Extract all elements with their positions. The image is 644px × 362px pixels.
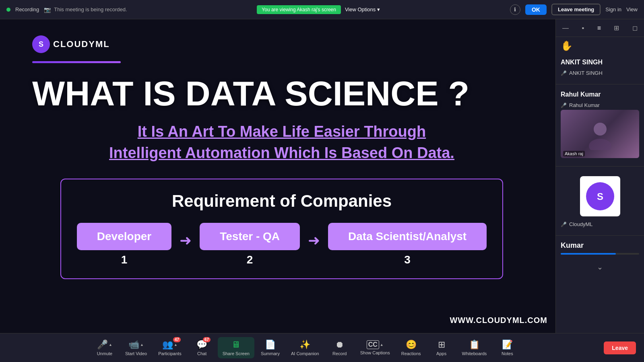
sidebar-minimize-btn[interactable]: —: [561, 24, 570, 33]
cloudyml-avatar: S: [580, 176, 620, 216]
divider-1: [556, 84, 644, 84]
sidebar-list-btn[interactable]: ≡: [596, 24, 603, 33]
unmute-caret: ▲: [109, 343, 112, 347]
svg-point-3: [589, 139, 611, 150]
flow-item-3: Data Scientist/Analyst 3: [328, 223, 487, 266]
ok-button[interactable]: OK: [525, 4, 547, 15]
video-icon: 📹: [128, 339, 139, 350]
kumar-name: Kumar: [561, 241, 639, 250]
ai-companion-icon-area: ✨: [299, 339, 310, 350]
notes-icon: 📝: [502, 339, 513, 350]
sidebar-view-btn1[interactable]: ▪: [580, 24, 586, 33]
show-captions-icon-area: CC ▲: [367, 340, 384, 349]
person-silhouette: [584, 118, 616, 150]
requirement-box: Requirement of Companies Developer 1 ➜ T…: [60, 179, 503, 279]
main-area: S CLOUDYML WHAT IS DATA SCIENCE ? It Is …: [0, 19, 644, 333]
apps-icon-area: ⊞: [438, 339, 445, 350]
toolbar-reactions[interactable]: 😊 Reactions: [396, 337, 426, 358]
mic-icon: 🎤: [97, 339, 108, 350]
divider-2: [556, 166, 644, 167]
view-options-button[interactable]: View Options ▾: [345, 6, 380, 12]
flow-box-developer: Developer: [77, 223, 171, 250]
leave-button[interactable]: Leave: [604, 341, 636, 354]
toolbar-record[interactable]: ⏺ Record: [326, 337, 354, 358]
participants-label: Participants: [158, 351, 181, 356]
view-options-label: View Options: [345, 6, 376, 12]
participants-caret: ▲: [174, 343, 178, 347]
recording-notice: 📷 This meeting is being recorded.: [44, 6, 127, 13]
flow-arrow-2: ➜: [308, 232, 320, 249]
share-screen-icon: 🖥: [231, 339, 240, 350]
ankit-singh-row: 🎤 ANKIT SINGH: [561, 68, 639, 78]
flow-item-2: Tester - QA 2: [200, 223, 300, 266]
sidebar-grid-btn[interactable]: ⊞: [612, 23, 621, 33]
record-label: Record: [332, 351, 347, 356]
flow-box-scientist: Data Scientist/Analyst: [328, 223, 487, 250]
logo-text: CLOUDYML: [53, 39, 110, 49]
recording-notice-text: This meeting is being recorded.: [54, 6, 127, 12]
flow-number-3: 3: [404, 253, 411, 266]
raise-hand-icon: ✋: [556, 37, 644, 55]
participants-badge: 47: [173, 337, 181, 342]
divider-3: [556, 235, 644, 236]
top-bar-right: ℹ OK Leave meeting Sign in View: [510, 4, 638, 15]
chevron-down-icon: ▾: [377, 6, 380, 12]
summary-icon: 📄: [265, 339, 276, 350]
view-link[interactable]: View: [626, 6, 638, 12]
kumar-progress-fill: [561, 253, 616, 255]
rahul-mic-icon: 🎤: [561, 103, 567, 108]
unmute-icon-area: 🎤 ▲: [97, 339, 112, 350]
participants-icon-area: 👥 ▲ 47: [162, 339, 178, 350]
chevron-down-icon: ⌄: [597, 263, 603, 272]
toolbar-share-screen[interactable]: 🖥 Share Screen: [218, 337, 254, 358]
apps-icon: ⊞: [438, 339, 445, 350]
leave-meeting-button[interactable]: Leave meeting: [551, 4, 601, 15]
toolbar-participants[interactable]: 👥 ▲ 47 Participants: [153, 337, 186, 358]
viewing-badge: You are viewing Akash raj's screen: [257, 5, 341, 14]
sidebar-collapse-btn[interactable]: ◻: [631, 23, 639, 33]
whiteboards-label: Whiteboards: [462, 351, 487, 356]
toolbar-ai-companion[interactable]: ✨ AI Companion: [286, 337, 324, 358]
recording-indicator: [6, 8, 10, 12]
reactions-icon-area: 😊: [406, 339, 417, 350]
cloudyml-logo-icon: S: [32, 35, 50, 53]
presentation-area: S CLOUDYML WHAT IS DATA SCIENCE ? It Is …: [0, 19, 555, 333]
notes-icon-area: 📝: [502, 339, 513, 350]
reactions-icon: 😊: [406, 339, 417, 350]
toolbar-summary[interactable]: 📄 Summary: [256, 337, 285, 358]
info-button[interactable]: ℹ: [510, 4, 520, 15]
toolbar-unmute[interactable]: 🎤 ▲ Unmute: [91, 337, 119, 358]
toolbar-apps[interactable]: ⊞ Apps: [427, 337, 456, 358]
toolbar-items: 🎤 ▲ Unmute 📹 ▲ Start Video 👥 ▲ 47 Partic…: [8, 337, 604, 358]
kumar-section: Kumar: [556, 238, 644, 261]
toolbar-chat[interactable]: 💬 67 Chat: [188, 337, 216, 358]
record-icon-area: ⏺: [335, 339, 344, 350]
sign-in-link[interactable]: Sign in: [605, 6, 621, 12]
ai-companion-icon: ✨: [299, 339, 310, 350]
unmute-label: Unmute: [97, 351, 113, 356]
svg-text:S: S: [39, 40, 43, 48]
kumar-progress-bar: [561, 253, 639, 255]
slide-subtitle: It Is An Art To Make Life Easier Through…: [32, 121, 531, 164]
reactions-label: Reactions: [401, 351, 421, 356]
video-caret: ▲: [140, 343, 144, 347]
toolbar-show-captions[interactable]: CC ▲ Show Captions: [355, 338, 395, 358]
toolbar-notes[interactable]: 📝 Notes: [493, 337, 521, 358]
svg-point-2: [594, 123, 607, 136]
share-screen-label: Share Screen: [223, 351, 250, 356]
chat-label: Chat: [197, 351, 206, 356]
toolbar-start-video[interactable]: 📹 ▲ Start Video: [120, 337, 152, 358]
toolbar-whiteboards[interactable]: 📋 Whiteboards: [457, 337, 492, 358]
video-label-akash: Akash raj: [563, 151, 585, 156]
flow-number-2: 2: [247, 253, 253, 266]
rahul-kumar-row: 🎤 Rahul Kumar: [561, 101, 639, 110]
sidebar-controls: — ▪ ≡ ⊞ ◻: [556, 19, 644, 37]
sidebar-chevron[interactable]: ⌄: [556, 261, 644, 273]
website-watermark: WWW.CLOUDYML.COM: [450, 316, 547, 325]
slide-content: S CLOUDYML WHAT IS DATA SCIENCE ? It Is …: [0, 19, 555, 333]
show-captions-label: Show Captions: [360, 350, 390, 355]
cloudyml-row: 🎤 CloudyML: [561, 220, 639, 229]
ankit-singh-section: ANKIT SINGH 🎤 ANKIT SINGH: [556, 55, 644, 82]
start-video-icon-area: 📹 ▲: [128, 339, 144, 350]
captions-caret: ▲: [380, 343, 384, 347]
